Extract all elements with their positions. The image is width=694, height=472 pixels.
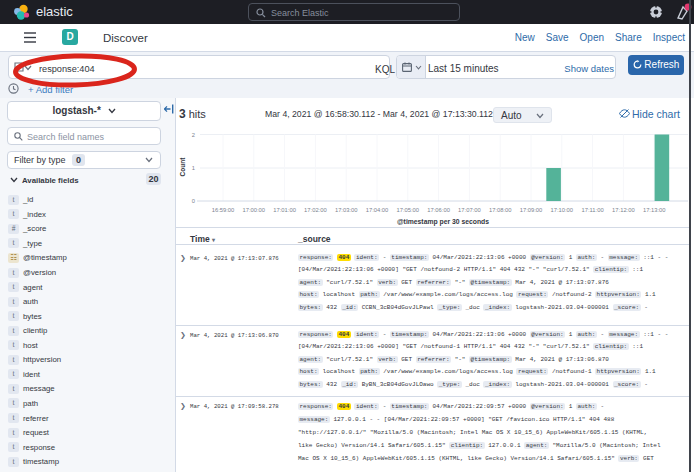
svg-text:17:03:00: 17:03:00 xyxy=(335,207,358,213)
svg-text:1: 1 xyxy=(192,165,195,171)
svg-text:17:01:00: 17:01:00 xyxy=(273,207,296,213)
svg-text:17:09:00: 17:09:00 xyxy=(520,207,543,213)
svg-text:17:11:00: 17:11:00 xyxy=(582,207,604,213)
svg-text:16:59:00: 16:59:00 xyxy=(212,207,235,213)
svg-text:17:10:00: 17:10:00 xyxy=(551,207,574,213)
svg-text:0: 0 xyxy=(192,198,195,204)
svg-text:17:13:00: 17:13:00 xyxy=(643,207,666,213)
svg-text:17:12:00: 17:12:00 xyxy=(612,207,635,213)
svg-text:17:07:00: 17:07:00 xyxy=(458,207,481,213)
svg-text:17:04:00: 17:04:00 xyxy=(366,207,389,213)
svg-text:@timestamp per 30 seconds: @timestamp per 30 seconds xyxy=(397,218,489,226)
svg-text:2: 2 xyxy=(192,132,195,138)
svg-text:17:08:00: 17:08:00 xyxy=(489,207,512,213)
svg-text:Count: Count xyxy=(179,157,186,177)
svg-text:17:05:00: 17:05:00 xyxy=(397,207,420,213)
svg-text:17:06:00: 17:06:00 xyxy=(427,207,450,213)
svg-text:17:02:00: 17:02:00 xyxy=(304,207,327,213)
svg-text:17:00:00: 17:00:00 xyxy=(243,207,266,213)
